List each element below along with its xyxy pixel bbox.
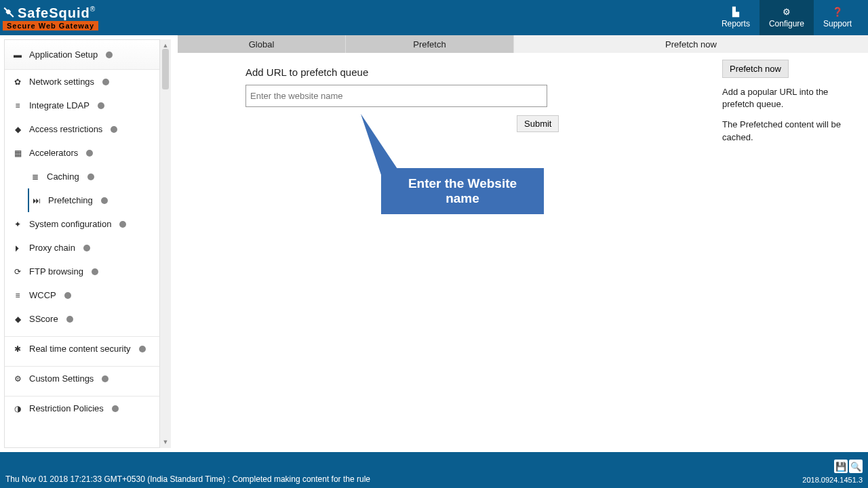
info-badge-icon — [139, 346, 146, 352]
sidebar-item-sysconf[interactable]: ✦ System configuration — [5, 212, 159, 236]
sidebar-label: Restriction Policies — [29, 403, 104, 413]
info-badge-icon — [112, 405, 119, 412]
sidebar-label: Custom Settings — [29, 373, 94, 384]
search-icon[interactable]: 🔍 — [849, 460, 863, 473]
sidebar-item-ldap[interactable]: ≡ Integrate LDAP — [5, 94, 159, 117]
briefcase-icon: ▬ — [13, 50, 22, 60]
scroll-thumb[interactable] — [162, 49, 169, 89]
nav-reports-label: Reports — [722, 19, 750, 28]
stack-icon: ≣ — [31, 172, 40, 182]
footer: Thu Nov 01 2018 17:21:33 GMT+0530 (India… — [0, 452, 868, 488]
info-badge-icon — [102, 375, 108, 382]
sidebar-label: Real time content security — [29, 344, 131, 354]
form-title: Add URL to prefetch queue — [245, 66, 715, 78]
speed-icon: ▦ — [13, 148, 22, 158]
info-badge-icon — [64, 292, 71, 299]
wrench-icon — [3, 7, 15, 19]
help-icon: ❓ — [832, 7, 843, 17]
sidebar-item-caching[interactable]: ≣ Caching — [5, 165, 159, 188]
sidebar-label: WCCP — [29, 290, 56, 300]
check-icon: ◆ — [13, 314, 22, 324]
sidebar-label: Caching — [47, 171, 79, 182]
sidebar-wrap: ▬ Application Setup ✿ Network settings ≡… — [0, 35, 178, 452]
info-badge-icon — [87, 174, 94, 180]
sliders-icon: ⚙ — [783, 7, 791, 17]
svg-marker-0 — [361, 114, 401, 175]
sidebar-label: System configuration — [29, 219, 111, 229]
callout-box: Enter the Website name — [381, 168, 544, 214]
sidebar-item-prefetching[interactable]: ⏭ Prefetching — [28, 188, 159, 212]
tabs: Global Prefetch Prefetch now — [178, 35, 868, 53]
logo-area: SafeSquid® Secure Web Gateway — [3, 5, 98, 30]
info-badge-icon — [98, 102, 104, 109]
content-area: Global Prefetch Prefetch now Add URL to … — [178, 35, 868, 452]
shield-icon: ◆ — [13, 125, 22, 134]
gear-icon: ⚙ — [13, 374, 22, 384]
content-body: Add URL to prefetch queue Submit Enter t… — [178, 53, 868, 452]
prefetch-now-button[interactable]: Prefetch now — [722, 60, 789, 78]
info-badge-icon — [92, 268, 98, 275]
submit-button[interactable]: Submit — [517, 115, 559, 132]
sidebar-item-restrict[interactable]: ◑ Restriction Policies — [5, 396, 159, 420]
panel-text-1: Add a popular URL into the prefetch queu… — [722, 86, 861, 110]
chart-icon: ▙ — [732, 7, 739, 17]
sidebar-label: Accelerators — [29, 148, 78, 158]
tab-global[interactable]: Global — [178, 35, 346, 53]
app-header: SafeSquid® Secure Web Gateway ▙ Reports … — [0, 0, 868, 35]
sidebar-label: Prefetching — [48, 195, 93, 205]
sidebar-item-proxy[interactable]: ⏵ Proxy chain — [5, 236, 159, 260]
scroll-down-icon: ▼ — [163, 439, 169, 445]
refresh-icon: ⟳ — [13, 267, 22, 277]
sidebar: ▬ Application Setup ✿ Network settings ≡… — [4, 39, 160, 448]
sidebar-item-network[interactable]: ✿ Network settings — [5, 70, 159, 94]
info-badge-icon — [101, 197, 108, 204]
nav-configure[interactable]: ⚙ Configure — [760, 0, 814, 35]
bug-icon: ✱ — [13, 344, 22, 354]
puzzle-icon: ✦ — [13, 220, 22, 229]
brand-tagline: Secure Web Gateway — [3, 21, 98, 30]
forward-icon: ⏭ — [32, 196, 41, 205]
sidebar-item-accelerators[interactable]: ▦ Accelerators — [5, 141, 159, 165]
info-badge-icon — [66, 316, 73, 323]
nav-support-label: Support — [823, 19, 852, 28]
sidebar-item-access[interactable]: ◆ Access restrictions — [5, 117, 159, 141]
right-panel: Prefetch now Add a popular URL into the … — [715, 53, 868, 452]
sidebar-item-custom[interactable]: ⚙ Custom Settings — [5, 367, 159, 390]
bars-icon: ≡ — [13, 291, 22, 300]
sidebar-label: Access restrictions — [29, 124, 102, 134]
nav-support[interactable]: ❓ Support — [814, 0, 861, 35]
save-icon[interactable]: 💾 — [834, 460, 848, 473]
form-area: Add URL to prefetch queue Submit Enter t… — [178, 53, 715, 452]
main-area: ▬ Application Setup ✿ Network settings ≡… — [0, 35, 868, 452]
callout-arrow-icon — [347, 114, 415, 175]
info-badge-icon — [106, 52, 113, 58]
header-nav: ▙ Reports ⚙ Configure ❓ Support — [712, 0, 861, 35]
sidebar-label: Network settings — [29, 77, 94, 87]
sidebar-item-ftp[interactable]: ⟳ FTP browsing — [5, 260, 159, 283]
nav-reports[interactable]: ▙ Reports — [712, 0, 760, 35]
lock-icon: ◑ — [13, 404, 22, 413]
sidebar-item-rtcs[interactable]: ✱ Real time content security — [5, 337, 159, 361]
info-badge-icon — [111, 126, 117, 133]
scroll-up-icon: ▲ — [163, 42, 169, 49]
sidebar-item-wccp[interactable]: ≡ WCCP — [5, 283, 159, 307]
sidebar-item-app-setup[interactable]: ▬ Application Setup — [5, 40, 159, 70]
footer-status: Thu Nov 01 2018 17:21:33 GMT+0530 (India… — [5, 474, 370, 484]
brand-name: SafeSquid® — [18, 5, 95, 21]
tab-prefetch-now[interactable]: Prefetch now — [514, 35, 868, 53]
globe-icon: ✿ — [13, 77, 22, 87]
info-badge-icon — [86, 150, 93, 157]
url-input[interactable] — [245, 85, 547, 107]
sidebar-item-sscore[interactable]: ◆ SScore — [5, 307, 159, 331]
sidebar-label: Application Setup — [29, 49, 98, 60]
sidebar-label: SScore — [29, 314, 58, 324]
sidebar-scrollbar[interactable]: ▲ ▼ — [160, 39, 171, 448]
sidebar-label: Proxy chain — [29, 243, 75, 253]
chain-icon: ⏵ — [13, 243, 22, 253]
info-badge-icon — [102, 79, 109, 85]
panel-text-2: The Prefetched content will be cached. — [722, 119, 861, 143]
tab-prefetch[interactable]: Prefetch — [346, 35, 514, 53]
list-icon: ≡ — [13, 101, 22, 110]
sidebar-label: FTP browsing — [29, 266, 83, 277]
sidebar-label: Integrate LDAP — [29, 100, 90, 110]
